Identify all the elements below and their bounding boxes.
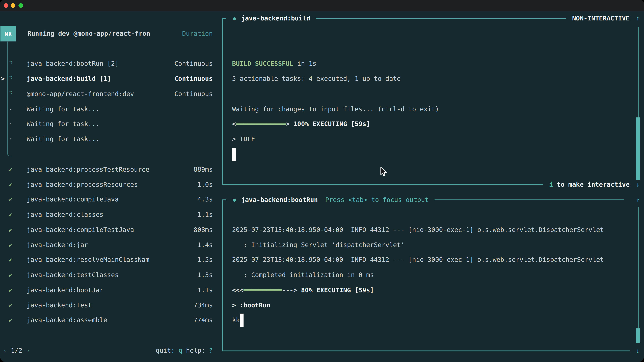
check-icon: ✔ xyxy=(8,192,27,207)
task-label: java-backend:build [1] xyxy=(27,71,174,86)
terminal-text: 100% EXECUTING [59s] xyxy=(290,120,370,128)
task-row[interactable]: ✔ java-backend:jar 1.4s xyxy=(0,238,218,253)
task-status: 774ms xyxy=(194,313,218,328)
window: NX Running dev @mono-app/react-fron Dura… xyxy=(0,0,644,362)
terminal-app-window: NX Running dev @mono-app/react-fron Dura… xyxy=(0,0,644,362)
terminal-text: > :bootRun xyxy=(232,302,270,309)
task-label: java-backend:processTestResource xyxy=(27,162,194,177)
task-row[interactable]: ✔ java-backend:resolveMainClassNam 1.5s xyxy=(0,253,218,268)
terminal-area: NX Running dev @mono-app/react-fron Dura… xyxy=(0,11,644,362)
scroll-down-icon[interactable]: ↓ xyxy=(635,181,641,188)
build-pane-bottom-border: i to make interactive ↓ xyxy=(222,177,641,192)
scroll-up-icon[interactable]: ↑ xyxy=(635,15,641,22)
task-label: Waiting for task... xyxy=(27,117,213,132)
task-row[interactable]: · Waiting for task... xyxy=(0,102,218,117)
task-row[interactable]: ✔ java-backend:processTestResource 889ms xyxy=(0,162,218,177)
task-label: java-backend:compileTestJava xyxy=(27,222,194,238)
task-row[interactable]: ✔ java-backend:processResources 1.0s xyxy=(0,177,218,192)
task-row[interactable]: ✔ java-backend:assemble 774ms xyxy=(0,313,218,328)
task-status: 1.4s xyxy=(198,238,218,253)
interactive-hint-key: i xyxy=(549,181,553,188)
terminal-text: <<< xyxy=(232,286,244,294)
bootrun-pane-scrollbar-track[interactable] xyxy=(638,207,639,343)
build-pane-scrollbar-thumb[interactable] xyxy=(636,117,640,180)
terminal-line: 2025-07-23T13:40:18.950-04:00 INFO 44312… xyxy=(232,253,632,268)
pane-border-line xyxy=(316,18,566,19)
interactive-hint-text: to make interactive xyxy=(553,181,630,188)
build-pane-header[interactable]: ● java-backend:build NON-INTERACTIVE ↑ xyxy=(222,11,641,26)
pane-border-line xyxy=(222,350,630,351)
pager-prev-icon[interactable]: ← xyxy=(4,343,8,358)
terminal-text: : Initializing Servlet 'dispatcherServle… xyxy=(232,241,404,249)
check-icon: ✔ xyxy=(8,283,27,298)
task-status: 889ms xyxy=(194,162,218,177)
terminal-text: BUILD SUCCESSFUL xyxy=(232,60,294,67)
terminal-cursor xyxy=(232,148,236,161)
quit-hint-label: quit: xyxy=(156,343,175,358)
terminal-text: ---> xyxy=(282,286,297,294)
terminal-text: ═════════════ xyxy=(236,120,286,128)
terminal-text: Waiting for changes to input files... (c… xyxy=(232,105,439,113)
bootrun-pane-header[interactable]: ● java-backend:bootRun Press <tab> to fo… xyxy=(222,192,641,207)
waiting-dot-icon: · xyxy=(8,117,27,132)
scroll-down-icon[interactable]: ↓ xyxy=(635,347,641,355)
terminal-line xyxy=(232,147,632,162)
terminal-line: kk xyxy=(232,313,632,328)
sidebar-footer: ← 1/2 → quit: q help: ? xyxy=(0,343,218,358)
task-status: 1.3s xyxy=(198,268,218,283)
bootrun-pane-output: 2025-07-23T13:40:18.950-04:00 INFO 44312… xyxy=(232,222,632,328)
bootrun-pane-bottom-border: ↓ xyxy=(222,343,641,358)
task-row[interactable]: ✔ java-backend:classes 1.1s xyxy=(0,207,218,222)
task-status: 4.3s xyxy=(198,192,218,207)
keyboard-hints: quit: q help: ? xyxy=(156,343,218,358)
titlebar xyxy=(0,0,644,11)
terminal-line: : Initializing Servlet 'dispatcherServle… xyxy=(232,238,632,253)
task-status: 1.1s xyxy=(198,207,218,222)
spinner-icon: ⠙ xyxy=(8,71,27,86)
check-icon: ✔ xyxy=(8,238,27,253)
bootrun-pane-title: java-backend:bootRun xyxy=(241,196,318,203)
task-row[interactable]: ⠙ java-backend:bootRun [2] Continuous xyxy=(0,56,218,71)
terminal-text: > xyxy=(286,120,290,128)
task-row[interactable]: ⠙ @mono-app/react-frontend:dev Continuou… xyxy=(0,86,218,102)
terminal-line: <<<══════════---> 80% EXECUTING [59s] xyxy=(232,283,632,298)
zoom-button[interactable] xyxy=(18,3,23,8)
check-icon: ✔ xyxy=(8,313,27,328)
pane-border-line xyxy=(222,184,544,185)
close-button[interactable] xyxy=(4,3,8,8)
terminal-cursor xyxy=(240,314,243,327)
task-row[interactable]: · Waiting for task... xyxy=(0,132,218,147)
task-row[interactable]: ✔ java-backend:bootJar 1.1s xyxy=(0,283,218,298)
non-interactive-badge: NON-INTERACTIVE xyxy=(572,15,630,22)
task-row[interactable]: · Waiting for task... xyxy=(0,117,218,132)
task-row[interactable]: ✔ java-backend:compileJava 4.3s xyxy=(0,192,218,207)
task-row[interactable]: ✔ java-backend:test 734ms xyxy=(0,298,218,313)
task-status: 734ms xyxy=(194,298,218,313)
spinner-icon: ⠙ xyxy=(8,56,27,71)
bootrun-pane-scrollbar-thumb[interactable] xyxy=(636,328,640,343)
mouse-cursor xyxy=(380,167,387,177)
terminal-line: : Completed initialization in 0 ms xyxy=(232,268,632,283)
task-bullet-icon: ● xyxy=(233,197,236,203)
build-pane-left-border xyxy=(222,18,223,185)
pager-next-icon[interactable]: → xyxy=(25,343,29,358)
build-pane-title: java-backend:build xyxy=(241,15,310,22)
terminal-text: : Completed initialization in 0 ms xyxy=(232,271,374,279)
terminal-line: Waiting for changes to input files... (c… xyxy=(232,102,632,117)
task-status: Continuous xyxy=(174,71,218,86)
terminal-text: 5 actionable tasks: 4 executed, 1 up-to-… xyxy=(232,75,401,82)
minimize-button[interactable] xyxy=(11,3,15,8)
task-label: java-backend:bootRun [2] xyxy=(27,56,174,71)
task-status: 808ms xyxy=(194,222,218,238)
scroll-up-icon[interactable]: ↑ xyxy=(635,196,641,203)
task-status: 1.1s xyxy=(198,283,218,298)
task-status: 1.0s xyxy=(198,177,218,192)
task-row[interactable]: ✔ java-backend:compileTestJava 808ms xyxy=(0,222,218,238)
check-icon: ✔ xyxy=(8,207,27,222)
quit-hint-key: q xyxy=(178,343,182,358)
task-row[interactable]: ✔ java-backend:testClasses 1.3s xyxy=(0,268,218,283)
waiting-dot-icon: · xyxy=(8,102,27,117)
check-icon: ✔ xyxy=(8,162,27,177)
pager-page-indicator: 1/2 xyxy=(11,343,22,358)
task-row[interactable]: > ⠙ java-backend:build [1] Continuous xyxy=(0,71,218,86)
